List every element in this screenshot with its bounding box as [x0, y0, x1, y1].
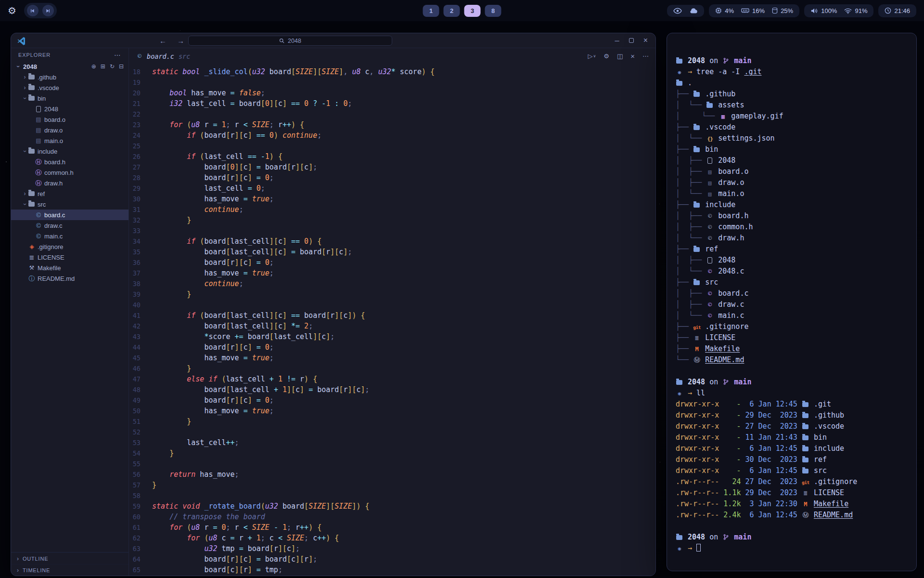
line-number: 33 — [129, 225, 152, 236]
minimize-button[interactable]: ─ — [615, 38, 619, 44]
media-next-button[interactable] — [42, 5, 54, 16]
terminal-line: │ ├── 2048 — [676, 255, 916, 266]
explorer-item-main-c[interactable]: ©main.c — [11, 231, 128, 241]
workspace-pill-8[interactable]: 8 — [485, 5, 501, 17]
explorer-item-license[interactable]: ≣LICENSE — [11, 252, 128, 263]
wifi-icon — [844, 8, 852, 14]
timeline-panel[interactable]: › TIMELINE — [11, 564, 128, 576]
explorer-item-ref[interactable]: ›ref — [11, 188, 128, 199]
visibility-icon[interactable] — [673, 8, 682, 14]
terminal-line: │ ├── ▤ draw.o — [676, 177, 916, 188]
folder-icon — [676, 59, 682, 64]
explorer-item-main-o[interactable]: ▤main.o — [11, 135, 128, 146]
chevron-right-icon: › — [22, 190, 28, 197]
run-button[interactable]: ▷∨ — [588, 53, 596, 60]
refresh-icon[interactable]: ↻ — [110, 63, 115, 70]
quick-toggles — [667, 5, 704, 17]
vscode-logo-icon — [17, 36, 26, 45]
explorer-item-include[interactable]: ›include — [11, 146, 128, 157]
explorer-item--gitignore[interactable]: ◈.gitignore — [11, 241, 128, 252]
explorer-more-icon[interactable]: ⋯ — [114, 51, 121, 59]
explorer-item-draw-c[interactable]: ©draw.c — [11, 220, 128, 231]
explorer-item-bin[interactable]: ›bin — [11, 93, 128, 104]
new-folder-icon[interactable]: ⊞ — [101, 63, 105, 70]
csrc-icon: © — [706, 302, 714, 308]
code-line: 24 if (board[r][c] == 0) continue; — [129, 130, 655, 141]
terminal-window[interactable]: 2048 on main❋ → tree -a -I .git .├── .gi… — [667, 33, 917, 571]
explorer-item-makefile[interactable]: ⚒Makefile — [11, 263, 128, 273]
workspace-pill-3[interactable]: 3 — [464, 5, 481, 17]
explorer-item-board-h[interactable]: Ⓗboard.h — [11, 157, 128, 167]
workspace-pill-2[interactable]: 2 — [444, 5, 460, 17]
explorer-item--vscode[interactable]: ›.vscode — [11, 82, 128, 93]
cloud-icon[interactable] — [689, 8, 698, 14]
file-tree: ›.github›.vscode›bin2048▤board.o▤draw.o▤… — [11, 72, 128, 284]
outline-panel[interactable]: › OUTLINE — [11, 552, 128, 564]
hdr-icon: Ⓗ — [35, 180, 42, 186]
code-line: 63 u32 tmp = board[r][c]; — [129, 543, 655, 554]
explorer-item--github[interactable]: ›.github — [11, 72, 128, 82]
search-value: 2048 — [288, 38, 301, 44]
terminal-line: drwxr-xr-x - 6 Jan 12:45 .git — [676, 399, 916, 410]
line-number: 24 — [129, 130, 152, 141]
explorer-item-2048[interactable]: 2048 — [11, 104, 128, 114]
terminal-line: │ └── © draw.h — [676, 233, 916, 244]
chdr-icon: © — [706, 224, 714, 230]
terminal-line: │ ├── © board.h — [676, 210, 916, 222]
close-tab-icon[interactable]: × — [630, 52, 635, 60]
explorer-item-board-o[interactable]: ▤board.o — [11, 114, 128, 125]
media-prev-button[interactable] — [27, 5, 38, 16]
explorer-item-src[interactable]: ›src — [11, 199, 128, 210]
terminal-line: 2048 on main — [676, 377, 916, 388]
code-line: 57} — [129, 480, 655, 490]
explorer-item-draw-h[interactable]: Ⓗdraw.h — [11, 178, 128, 188]
line-number: 55 — [129, 459, 152, 469]
explorer-item-board-c[interactable]: ©board.c — [11, 210, 128, 220]
nav-forward-button[interactable]: → — [177, 37, 184, 45]
line-number: 22 — [129, 109, 152, 119]
explorer-item-readme-md[interactable]: ⓘREADME.md — [11, 273, 128, 284]
line-number: 40 — [129, 300, 152, 310]
settings-gear-icon[interactable]: ⚙ — [603, 53, 609, 60]
new-file-icon[interactable]: ⊕ — [91, 63, 96, 70]
explorer-item-label: main.o — [44, 137, 63, 144]
chevron-right-icon: › — [15, 555, 21, 562]
nav-back-button[interactable]: ← — [159, 37, 167, 45]
code-line: 21 i32 last_cell = board[0][c] == 0 ? -1… — [129, 98, 655, 109]
line-number: 53 — [129, 437, 152, 448]
code-editor[interactable]: 18static bool _slide_col(u32 board[SIZE]… — [129, 64, 655, 576]
code-line: 51 } — [129, 416, 655, 427]
terminal-line: 2048 on main — [676, 55, 916, 66]
collapse-all-icon[interactable]: ⊟ — [119, 63, 124, 70]
editor-more-icon[interactable]: ⋯ — [642, 53, 649, 60]
terminal-line — [676, 366, 916, 377]
explorer-item-label: board.h — [44, 158, 65, 166]
terminal-line: ├── include — [676, 199, 916, 210]
code-line: 43 *score += board[last_cell][c]; — [129, 331, 655, 342]
terminal-line: ├── .github — [676, 89, 916, 100]
launcher-gear-icon[interactable]: ⚙ — [8, 6, 16, 15]
workspace-pill-1[interactable]: 1 — [423, 5, 439, 17]
explorer-item-common-h[interactable]: Ⓗcommon.h — [11, 167, 128, 178]
command-search-input[interactable]: 2048 — [188, 36, 392, 46]
split-editor-icon[interactable]: ◫ — [617, 53, 623, 60]
line-number: 35 — [129, 247, 152, 257]
md-icon: Ⓜ — [693, 357, 701, 363]
terminal-line: drwxr-xr-x - 11 Jan 21:43 bin — [676, 432, 916, 443]
line-number: 48 — [129, 384, 152, 395]
explorer-item-draw-o[interactable]: ▤draw.o — [11, 125, 128, 135]
terminal-line: ├── .vscode — [676, 122, 916, 133]
explorer-item-label: 2048 — [44, 105, 58, 113]
folder-icon — [676, 380, 682, 385]
csrc-icon: © — [706, 290, 714, 297]
terminal-line: └── Ⓜ README.md — [676, 355, 916, 366]
tab-board-c[interactable]: © board.c src — [136, 53, 190, 60]
code-line: 22 — [129, 109, 655, 119]
code-line: 52 — [129, 427, 655, 437]
code-line: 64 board[r][c] = board[c][r]; — [129, 554, 655, 565]
code-line: 32 } — [129, 215, 655, 225]
close-button[interactable]: × — [643, 37, 648, 44]
git-icon: git — [693, 325, 701, 330]
maximize-button[interactable] — [629, 38, 634, 43]
explorer-root-folder[interactable]: › 2048 ⊕ ⊞ ↻ ⊟ — [11, 61, 128, 72]
